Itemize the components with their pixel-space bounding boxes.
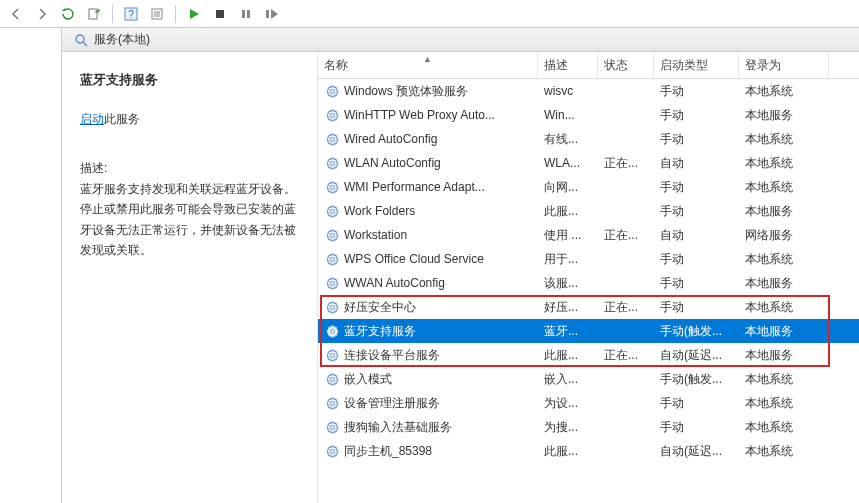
service-login: 本地服务: [739, 347, 829, 364]
service-gear-icon: [324, 107, 340, 123]
service-row[interactable]: Windows 预览体验服务wisvc手动本地系统: [318, 79, 859, 103]
service-name: Work Folders: [344, 204, 415, 218]
service-row[interactable]: 蓝牙支持服务蓝牙...手动(触发...本地服务: [318, 319, 859, 343]
svg-rect-10: [266, 10, 269, 18]
services-icon: [74, 33, 88, 47]
service-desc: Win...: [538, 108, 598, 122]
service-desc: wisvc: [538, 84, 598, 98]
body: 蓝牙支持服务 启动此服务 描述: 蓝牙服务支持发现和关联远程蓝牙设备。停止或禁用…: [62, 52, 859, 503]
service-row[interactable]: 搜狗输入法基础服务为搜...手动本地系统: [318, 415, 859, 439]
service-startup: 手动: [654, 179, 739, 196]
service-row[interactable]: WMI Performance Adapt...向网...手动本地系统: [318, 175, 859, 199]
description-label: 描述:: [80, 160, 303, 177]
export-button[interactable]: [84, 4, 104, 24]
main-area: 服务(本地) 蓝牙支持服务 启动此服务 描述: 蓝牙服务支持发现和关联远程蓝牙设…: [0, 28, 859, 503]
service-desc: 嵌入...: [538, 371, 598, 388]
service-desc: 为搜...: [538, 419, 598, 436]
properties-button[interactable]: [147, 4, 167, 24]
service-gear-icon: [324, 275, 340, 291]
service-name: WMI Performance Adapt...: [344, 180, 485, 194]
service-gear-icon: [324, 419, 340, 435]
svg-point-36: [330, 353, 334, 357]
svg-text:?: ?: [128, 9, 134, 20]
service-startup: 自动(延迟...: [654, 443, 739, 460]
service-desc: 有线...: [538, 131, 598, 148]
column-headers: 名称 ▲ 描述 状态 启动类型 登录为: [318, 53, 859, 79]
stop-service-button[interactable]: [210, 4, 230, 24]
service-row[interactable]: 同步主机_85398此服...自动(延迟...本地系统: [318, 439, 859, 463]
svg-point-26: [330, 233, 334, 237]
service-status: 正在...: [598, 227, 654, 244]
service-row[interactable]: Work Folders此服...手动本地服务: [318, 199, 859, 223]
service-row[interactable]: WLAN AutoConfigWLA...正在...自动本地系统: [318, 151, 859, 175]
service-desc: 好压...: [538, 299, 598, 316]
svg-point-42: [330, 425, 334, 429]
service-desc: 此服...: [538, 443, 598, 460]
service-row[interactable]: 设备管理注册服务为设...手动本地系统: [318, 391, 859, 415]
svg-point-24: [330, 209, 334, 213]
service-gear-icon: [324, 83, 340, 99]
svg-point-44: [330, 449, 334, 453]
service-name: 嵌入模式: [344, 371, 392, 388]
service-login: 本地系统: [739, 395, 829, 412]
service-login: 本地服务: [739, 323, 829, 340]
svg-rect-8: [242, 10, 245, 18]
service-name: 好压安全中心: [344, 299, 416, 316]
service-startup: 手动(触发...: [654, 371, 739, 388]
service-row[interactable]: WinHTTP Web Proxy Auto...Win...手动本地服务: [318, 103, 859, 127]
service-name: Windows 预览体验服务: [344, 83, 468, 100]
svg-line-12: [83, 42, 87, 46]
restart-service-button[interactable]: [262, 4, 282, 24]
service-desc: 用于...: [538, 251, 598, 268]
service-gear-icon: [324, 323, 340, 339]
start-service-link[interactable]: 启动: [80, 112, 104, 126]
svg-point-18: [330, 137, 334, 141]
toolbar-separator: [112, 5, 113, 23]
service-startup: 手动: [654, 275, 739, 292]
refresh-arrow-button[interactable]: [58, 4, 78, 24]
service-desc: 此服...: [538, 203, 598, 220]
service-login: 本地系统: [739, 251, 829, 268]
service-row[interactable]: Workstation使用 ...正在...自动网络服务: [318, 223, 859, 247]
service-startup: 手动: [654, 83, 739, 100]
service-gear-icon: [324, 203, 340, 219]
service-row[interactable]: 嵌入模式嵌入...手动(触发...本地系统: [318, 367, 859, 391]
service-rows[interactable]: Windows 预览体验服务wisvc手动本地系统WinHTTP Web Pro…: [318, 79, 859, 503]
service-title: 蓝牙支持服务: [80, 71, 303, 89]
pause-service-button[interactable]: [236, 4, 256, 24]
service-startup: 自动(延迟...: [654, 347, 739, 364]
service-startup: 手动: [654, 395, 739, 412]
service-gear-icon: [324, 299, 340, 315]
column-header-login[interactable]: 登录为: [739, 53, 829, 78]
service-desc: 蓝牙...: [538, 323, 598, 340]
service-gear-icon: [324, 395, 340, 411]
column-header-startup[interactable]: 启动类型: [654, 53, 739, 78]
column-header-name[interactable]: 名称 ▲: [318, 53, 538, 78]
column-header-status[interactable]: 状态: [598, 53, 654, 78]
tab-label[interactable]: 服务(本地): [94, 31, 150, 48]
service-name: Workstation: [344, 228, 407, 242]
start-service-button[interactable]: [184, 4, 204, 24]
column-header-desc[interactable]: 描述: [538, 53, 598, 78]
service-login: 本地服务: [739, 275, 829, 292]
svg-point-32: [330, 305, 334, 309]
back-button[interactable]: [6, 4, 26, 24]
service-startup: 手动: [654, 107, 739, 124]
detail-pane: 蓝牙支持服务 启动此服务 描述: 蓝牙服务支持发现和关联远程蓝牙设备。停止或禁用…: [62, 53, 318, 503]
fwd-button[interactable]: [32, 4, 52, 24]
service-row[interactable]: 好压安全中心好压...正在...手动本地系统: [318, 295, 859, 319]
help-button[interactable]: ?: [121, 4, 141, 24]
service-row[interactable]: 连接设备平台服务此服...正在...自动(延迟...本地服务: [318, 343, 859, 367]
service-name: WPS Office Cloud Service: [344, 252, 484, 266]
service-row[interactable]: Wired AutoConfig有线...手动本地系统: [318, 127, 859, 151]
service-login: 本地系统: [739, 155, 829, 172]
left-tree-gutter: [0, 28, 62, 503]
service-desc: 使用 ...: [538, 227, 598, 244]
service-name: WLAN AutoConfig: [344, 156, 441, 170]
service-startup: 自动: [654, 227, 739, 244]
service-gear-icon: [324, 347, 340, 363]
service-row[interactable]: WPS Office Cloud Service用于...手动本地系统: [318, 247, 859, 271]
service-row[interactable]: WWAN AutoConfig该服...手动本地服务: [318, 271, 859, 295]
service-name: Wired AutoConfig: [344, 132, 437, 146]
service-startup: 手动: [654, 419, 739, 436]
